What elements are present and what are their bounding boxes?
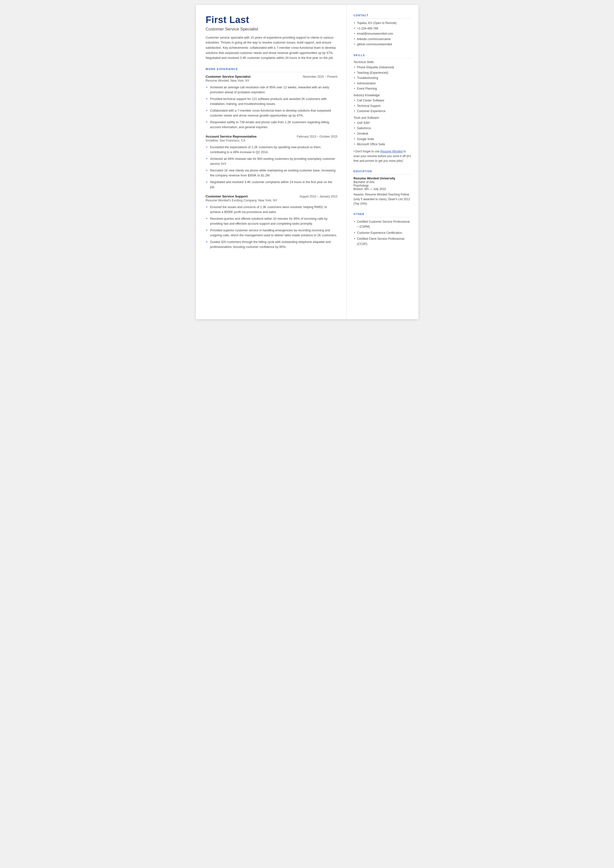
skills-tools-list: SAP ERP Salesforce Zendesk Google Suite … xyxy=(354,121,411,147)
job-1-dates: November 2015 – Present xyxy=(303,75,337,78)
work-experience-title: WORK EXPERIENCE xyxy=(206,68,338,72)
list-item: Troubleshooting xyxy=(354,76,411,81)
job-1-header: Customer Service Specialist November 201… xyxy=(206,75,338,78)
other-section-title: OTHER xyxy=(354,213,411,217)
contact-location: Topeka, KS (Open to Remote) xyxy=(354,20,411,26)
job-1: Customer Service Specialist November 201… xyxy=(206,75,338,130)
job-1-bullets: Achieved an average call resolution rate… xyxy=(206,85,338,130)
list-item: Salesforce xyxy=(354,126,411,131)
skills-section-title: SKILLS xyxy=(354,54,411,58)
promo-block: • Don't forget to use Resume Worded to s… xyxy=(354,149,411,163)
candidate-name: First Last xyxy=(206,15,338,25)
skills-industry-list: Call Center Software Technical Support C… xyxy=(354,98,411,114)
list-item: Ensured the issues and concerns of 2.3K … xyxy=(206,205,338,214)
sidebar-column: CONTACT Topeka, KS (Open to Remote) +1-2… xyxy=(347,5,419,319)
contact-github: github.com/resumeworded xyxy=(354,42,411,47)
skills-tools-label: Tools and Software: xyxy=(354,116,411,120)
edu-location-date: Boston, MA — July 2010 xyxy=(354,187,411,191)
contact-section-title: CONTACT xyxy=(354,14,411,19)
list-item: Achieved an average call resolution rate… xyxy=(206,85,338,95)
skills-section: SKILLS Technical Skills: Phone Etiquette… xyxy=(354,54,411,163)
job-2-bullets: Exceeded the expectations of 1.2K custom… xyxy=(206,145,338,189)
contact-list: Topeka, KS (Open to Remote) +1-234-456-7… xyxy=(354,20,411,47)
list-item: Customer Experience xyxy=(354,109,411,114)
job-3-company: Resume Worded's Exciting Company, New Yo… xyxy=(206,199,338,202)
list-item: Event Planning xyxy=(354,86,411,92)
skills-industry-label: Industry Knowledge: xyxy=(354,93,411,97)
main-column: First Last Customer Service Specialist C… xyxy=(196,5,347,319)
list-item: SAP ERP xyxy=(354,121,411,126)
list-item: Provided technical support for 121 softw… xyxy=(206,96,338,106)
list-item: Teaching (Experienced) xyxy=(354,70,411,76)
job-2-company: Growthsi, San Francisco, CA xyxy=(206,139,338,142)
job-3: Customer Service Support August 2010 – J… xyxy=(206,194,338,249)
job-3-title: Customer Service Support xyxy=(206,194,248,198)
list-item: Exceeded the expectations of 1.2K custom… xyxy=(206,145,338,155)
list-item: Provided superior customer service in ha… xyxy=(206,228,338,238)
list-item: Collaborated with a 7-member cross-funct… xyxy=(206,108,338,118)
edu-degree: Bachelor of Arts xyxy=(354,180,411,184)
job-3-header: Customer Service Support August 2010 – J… xyxy=(206,194,338,198)
job-3-dates: August 2010 – January 2013 xyxy=(299,195,337,198)
list-item: Zendesk xyxy=(354,131,411,137)
candidate-summary: Customer service specialist with 10 year… xyxy=(206,35,338,61)
job-2-title: Account Service Representative xyxy=(206,135,257,138)
skills-technical-label: Technical Skills: xyxy=(354,61,411,64)
work-experience-section: WORK EXPERIENCE Customer Service Special… xyxy=(206,68,338,249)
candidate-job-title: Customer Service Specialist xyxy=(206,27,338,32)
list-item: Phone Etiquette (Advanced) xyxy=(354,65,411,70)
resume-page: First Last Customer Service Specialist C… xyxy=(196,5,419,319)
list-item: Certified Customer Service Professional … xyxy=(354,219,411,229)
edu-school-name: Resume Worded University xyxy=(354,176,411,180)
list-item: Google Suite xyxy=(354,137,411,142)
education-section: EDUCATION Resume Worded University Bache… xyxy=(354,170,411,206)
contact-email: email@resumeworded.com xyxy=(354,31,411,37)
other-list: Certified Customer Service Professional … xyxy=(354,219,411,247)
job-1-company: Resume Worded, New York, NY xyxy=(206,79,338,82)
list-item: Negotiated and resolved 3.4K customer co… xyxy=(206,180,338,189)
job-1-title: Customer Service Specialist xyxy=(206,75,251,78)
contact-section: CONTACT Topeka, KS (Open to Remote) +1-2… xyxy=(354,14,411,47)
other-section: OTHER Certified Customer Service Profess… xyxy=(354,213,411,247)
list-item: Responded swiftly to 739 emails and phon… xyxy=(206,120,338,130)
education-section-title: EDUCATION xyxy=(354,170,411,174)
skills-technical-list: Phone Etiquette (Advanced) Teaching (Exp… xyxy=(354,65,411,92)
list-item: Customer Experience Certification. xyxy=(354,230,411,235)
list-item: Achieved an 84% renewal rate for 800 exi… xyxy=(206,156,338,166)
list-item: Resolved queries and offered solutions w… xyxy=(206,216,338,226)
list-item: Certified Client Service Professional (C… xyxy=(354,236,411,247)
list-item: Administration xyxy=(354,81,411,86)
job-3-bullets: Ensured the issues and concerns of 2.3K … xyxy=(206,205,338,249)
job-2-dates: February 2013 – October 2015 xyxy=(297,135,337,138)
contact-phone: +1-234-456-789 xyxy=(354,26,411,31)
resume-worded-link[interactable]: Resume Worded xyxy=(380,150,403,153)
list-item: Recruited 1K new clients via phone while… xyxy=(206,168,338,178)
list-item: Microsoft Office Suite xyxy=(354,142,411,147)
list-item: Call Center Software xyxy=(354,98,411,103)
job-2-header: Account Service Representative February … xyxy=(206,135,338,138)
promo-prefix: • Don't forget to use xyxy=(354,150,381,153)
contact-linkedin: linkedin.com/in/username xyxy=(354,37,411,42)
edu-awards: Awards: Resume Worded Teaching Fellow (o… xyxy=(354,192,411,206)
job-2: Account Service Representative February … xyxy=(206,135,338,189)
list-item: Guided 320 customers through the billing… xyxy=(206,239,338,249)
list-item: Technical Support xyxy=(354,103,411,109)
edu-field: Psychology xyxy=(354,184,411,187)
